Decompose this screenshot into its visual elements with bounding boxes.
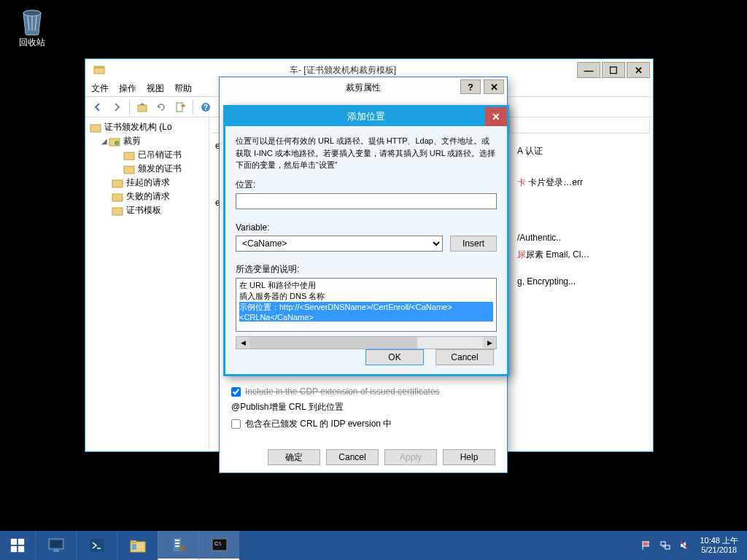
list-item[interactable]: 尿尿素 Email, Cl… [514,247,592,262]
tree-templates[interactable]: 证书模板 [88,203,206,217]
scroll-right-icon[interactable]: ▶ [483,337,496,349]
svg-rect-28 [175,542,179,544]
svg-rect-18 [18,546,24,552]
svg-rect-17 [11,546,17,552]
variable-select[interactable]: <CaName> [236,236,443,252]
forward-button[interactable] [109,99,125,115]
desktop-recycle-bin[interactable]: 回收站 [10,6,54,49]
list-item[interactable]: g, Encrypting... [514,275,578,288]
task-server-manager[interactable] [35,531,76,560]
instruction-text: 位置可以是任何有效的 URL 或路径。提供 HTTP、Ldap、文件地址。或获取… [236,135,497,171]
add-location-dialog: 添加位置 ✕ 位置可以是任何有效的 URL 或路径。提供 HTTP、Ldap、文… [223,105,509,376]
svg-point-9 [115,141,119,145]
checkbox-publish-delta[interactable]: @Publish增量 CRL 到此位置 [231,401,495,413]
description-box[interactable]: 在 URL 和路径中使用 插入服务器的 DNS 名称 示例位置：http://<… [236,278,497,332]
location-label: 位置: [236,179,497,191]
minimize-button[interactable]: — [577,62,600,78]
svg-text:?: ? [204,104,208,112]
start-button[interactable] [0,531,35,560]
svg-rect-27 [175,540,179,541]
task-cmd[interactable]: C:\ [198,531,239,560]
tree-failed[interactable]: 失败的请求 [88,190,206,203]
horizontal-scrollbar[interactable]: ◀ ▶ [236,336,497,349]
svg-rect-14 [112,208,123,215]
menu-view[interactable]: 视图 [147,82,164,95]
svg-rect-11 [124,166,134,174]
add-location-title-text: 添加位置 [347,110,385,123]
checkbox-cdp[interactable]: Include in the CDP extension of issued c… [231,386,495,397]
svg-rect-12 [112,180,123,187]
cancel-button[interactable]: Cancel [436,349,494,365]
svg-text:C:\: C:\ [214,541,221,546]
task-powershell[interactable] [76,531,117,560]
list-item[interactable]: 卡 卡片登录…err [514,175,586,190]
svg-rect-2 [94,66,104,69]
apply-button: Apply [384,449,437,465]
ok-button[interactable]: OK [365,349,424,365]
up-button[interactable] [134,99,150,115]
recycle-bin-label: 回收站 [10,36,54,49]
task-explorer[interactable] [117,531,158,560]
close-button[interactable]: ✕ [627,62,650,78]
insert-button[interactable]: Insert [450,236,497,252]
svg-rect-15 [11,539,17,545]
scroll-left-icon[interactable]: ◀ [236,337,249,349]
tree-root[interactable]: 证书颁发机构 (Lo [88,120,206,134]
svg-rect-33 [661,542,665,545]
cancel-button[interactable]: Cancel [326,449,379,465]
taskbar: C:\ 10:48 上午 5/21/2018 [0,531,747,560]
tray-clock[interactable]: 10:48 上午 5/21/2018 [694,536,744,555]
svg-rect-21 [53,549,59,552]
list-item[interactable]: A 认证 [514,144,586,159]
checkbox-idp[interactable]: 包含在已颁发 CRL 的 IDP eversion 中 [231,418,495,430]
svg-rect-10 [124,152,134,160]
close-button[interactable]: ✕ [485,107,507,126]
svg-rect-24 [131,540,136,543]
properties-title-text: 裁剪属性 [346,82,381,94]
tree-pane[interactable]: 证书颁发机构 (Lo ◢裁剪 已吊销证书 颁发的证书 挂起的请求 失败的请求 证… [85,117,209,450]
help-button[interactable]: Help [443,449,495,465]
export-button[interactable] [172,99,188,115]
tray-network-icon[interactable] [659,539,672,552]
refresh-button[interactable] [153,99,169,115]
svg-rect-13 [112,194,123,201]
tree-revoked[interactable]: 已吊销证书 [88,148,206,162]
back-button[interactable] [90,99,106,115]
svg-rect-4 [177,103,182,112]
tray-sound-icon[interactable] [678,539,691,552]
recycle-bin-icon [18,6,47,36]
svg-point-0 [23,10,41,16]
svg-rect-20 [50,540,62,548]
description-label: 所选变量的说明: [236,263,497,276]
mmc-title-text: 车- [证书颁发机构裁剪模板] [110,64,576,77]
variable-label: Variable: [236,222,497,233]
location-input[interactable] [236,193,497,209]
ok-button[interactable]: 确定 [268,449,320,465]
menu-action[interactable]: 操作 [119,82,136,95]
tree-issued[interactable]: 颁发的证书 [88,162,206,176]
svg-point-30 [179,545,185,551]
svg-rect-7 [90,125,101,132]
svg-rect-29 [175,545,179,547]
menu-file[interactable]: 文件 [91,82,109,95]
tree-pending[interactable]: 挂起的请求 [88,176,206,190]
mmc-app-icon [93,63,106,77]
svg-rect-34 [665,545,670,549]
scroll-thumb[interactable] [249,337,417,349]
list-item[interactable]: /Authentic.. [514,231,592,244]
help-button[interactable]: ? [460,79,481,94]
tree-ca[interactable]: ◢裁剪 [88,134,206,148]
help-button[interactable]: ? [198,99,214,115]
properties-titlebar[interactable]: 裁剪属性 ? ✕ [220,77,507,98]
tray-flag-icon[interactable] [640,539,653,552]
system-tray: 10:48 上午 5/21/2018 [634,531,747,560]
close-button[interactable]: ✕ [484,79,504,94]
task-mmc[interactable] [158,531,198,560]
add-location-titlebar[interactable]: 添加位置 ✕ [225,107,507,126]
svg-rect-3 [138,105,147,112]
svg-rect-25 [132,544,136,550]
windows-icon [9,537,26,553]
maximize-button[interactable]: ☐ [602,62,625,78]
menu-help[interactable]: 帮助 [174,82,192,95]
svg-rect-16 [18,539,24,545]
